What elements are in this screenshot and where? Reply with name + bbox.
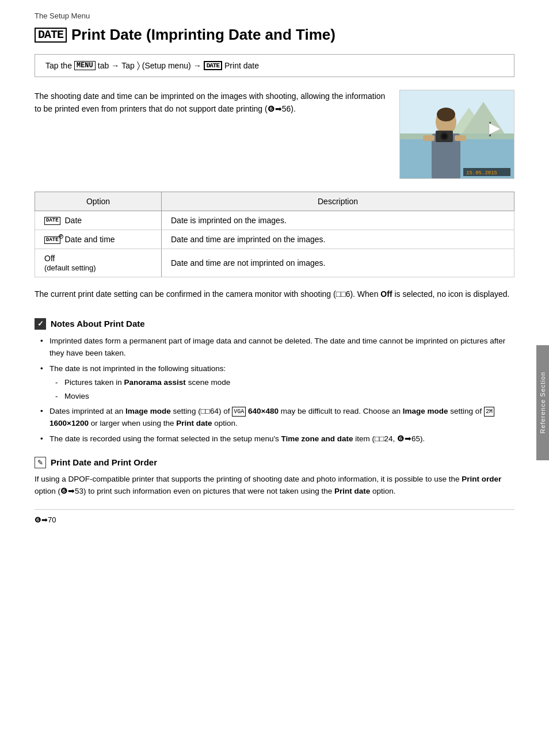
po-ref1: ❻➡53 — [60, 487, 83, 495]
side-tab: Reference Section — [536, 345, 549, 460]
intro-text-main: The shooting date and time can be imprin… — [35, 91, 385, 113]
nav-tap2: Tap — [121, 61, 135, 70]
image-mode-bold2: Image mode — [403, 407, 448, 415]
nav-setup-icon: 〉 — [137, 60, 140, 71]
confirm-pre: The current print date setting can be co… — [35, 289, 336, 299]
time-zone-bold: Time zone and date — [281, 434, 353, 443]
confirm-text: The current print date setting can be co… — [35, 288, 514, 300]
print-order-header: ✎ Print Date and Print Order — [35, 457, 514, 468]
list-item: Movies — [55, 391, 514, 402]
option-datetime-cell: DATE⊙ Date and time — [35, 230, 162, 249]
print-order-section: ✎ Print Date and Print Order If using a … — [35, 457, 514, 498]
svg-text:15.05.2015: 15.05.2015 — [466, 170, 497, 176]
table-row: Off (default setting) Date and time are … — [35, 249, 514, 277]
footer: ❻➡70 — [35, 509, 514, 524]
svg-rect-12 — [455, 135, 466, 141]
intro-text: The shooting date and time can be imprin… — [35, 90, 388, 179]
list-item: The date is not imprinted in the followi… — [40, 363, 514, 402]
option-off-cell: Off (default setting) — [35, 249, 162, 277]
page-title-text: Print Date (Imprinting Date and Time) — [71, 26, 336, 44]
nav-arrow2: → — [193, 61, 201, 70]
print-date-bold2: Print date — [334, 487, 370, 495]
po-pre: If using a DPOF-compatible printer that … — [35, 475, 462, 483]
bullet4-ref1: □□24 — [375, 434, 392, 443]
list-item: The date is recorded using the format se… — [40, 433, 514, 445]
print-date-bold1: Print date — [176, 419, 212, 427]
intro-ref: ❻➡56 — [268, 104, 291, 113]
confirm-off-bold: Off — [380, 289, 392, 299]
nav-arrow1: → — [111, 61, 119, 70]
date-icon: DATE — [35, 28, 67, 43]
side-tab-label: Reference Section — [539, 372, 546, 434]
option-datetime-label: Date and time — [65, 235, 115, 244]
resolution-bold: 1600×1200 — [49, 419, 89, 427]
description-date-cell: Date is imprinted on the images. — [162, 211, 514, 230]
panorama-bold: Panorama assist — [124, 378, 186, 387]
bullet3-ref1: □□64 — [201, 407, 219, 415]
table-header-description: Description — [162, 192, 514, 211]
options-table: Option Description DATE Date Date is imp… — [35, 192, 514, 277]
vga-icon: VGA — [232, 407, 246, 417]
confirm-ref: □□6 — [336, 289, 350, 299]
list-item: Pictures taken in Panorama assist scene … — [55, 377, 514, 388]
option-date-label: Date — [65, 216, 82, 225]
option-date-cell: DATE Date — [35, 211, 162, 230]
nav-date-tag: DATE — [204, 61, 222, 70]
option-off-sub: (default setting) — [44, 264, 96, 272]
date-option-icon: DATE — [44, 217, 60, 225]
bullet2-text: The date is not imprinted in the followi… — [49, 364, 226, 373]
table-row: DATE Date Date is imprinted on the image… — [35, 211, 514, 230]
camera-illustration-svg: 15.05.2015 — [400, 90, 514, 179]
print-order-text: If using a DPOF-compatible printer that … — [35, 473, 514, 498]
page-title: DATE Print Date (Imprinting Date and Tim… — [35, 26, 514, 44]
bullet4-pre: The date is recorded using the format se… — [49, 434, 281, 443]
notes-bullet-list: Imprinted dates form a permanent part of… — [40, 335, 514, 445]
image-mode-bold1: Image mode — [125, 407, 171, 415]
nav-tap-label: Tap the — [45, 61, 72, 70]
nav-instruction: Tap the MENU tab → Tap 〉 (Setup menu) → … — [35, 54, 514, 77]
nav-print-date: Print date — [224, 61, 259, 70]
nav-setup-label: (Setup menu) — [142, 61, 191, 70]
camera-photo: 15.05.2015 — [399, 90, 514, 179]
print-order-title: Print Date and Print Order — [51, 457, 157, 467]
svg-rect-11 — [423, 135, 434, 141]
check-icon: ✓ — [35, 318, 46, 330]
list-item: Dates imprinted at an Image mode setting… — [40, 406, 514, 430]
notes-header: ✓ Notes About Print Date — [35, 318, 514, 330]
footer-page-ref: ❻➡70 — [35, 516, 56, 524]
list-item: Imprinted dates form a permanent part of… — [40, 335, 514, 360]
print-order-bold1: Print order — [462, 475, 501, 483]
vga-size-bold: 640×480 — [246, 407, 279, 415]
description-off-cell: Date and time are not imprinted on image… — [162, 249, 514, 277]
notes-title: Notes About Print Date — [51, 319, 145, 329]
svg-point-15 — [442, 134, 447, 139]
table-header-option: Option — [35, 192, 162, 211]
option-off-label: Off — [44, 254, 55, 263]
img-mode-icon: 2M — [484, 407, 494, 417]
table-row: DATE⊙ Date and time Date and time are im… — [35, 230, 514, 249]
nav-tab-label: tab — [98, 61, 109, 70]
notes-section: ✓ Notes About Print Date Imprinted dates… — [35, 318, 514, 445]
bullet3-pre: Dates imprinted at an — [49, 407, 125, 415]
intro-section: The shooting date and time can be imprin… — [35, 90, 514, 179]
description-datetime-cell: Date and time are imprinted on the image… — [162, 230, 514, 249]
menu-tag: MENU — [74, 61, 96, 70]
setup-menu-breadcrumb: The Setup Menu — [35, 12, 514, 20]
sub-list: Pictures taken in Panorama assist scene … — [55, 377, 514, 402]
bullet4-ref2: ❻➡65 — [397, 434, 420, 443]
pencil-icon: ✎ — [35, 457, 46, 468]
svg-point-9 — [437, 108, 455, 121]
datetime-option-icon: DATE⊙ — [44, 236, 60, 245]
